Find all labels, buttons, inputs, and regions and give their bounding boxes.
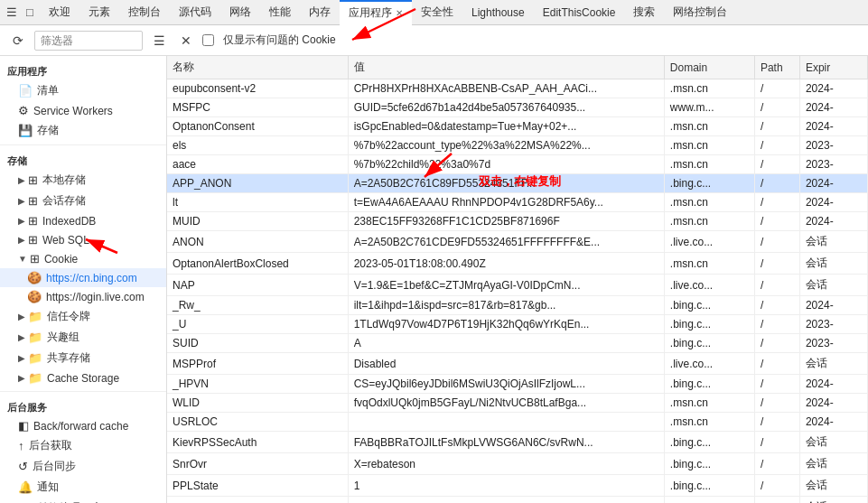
table-row[interactable]: MSFPC GUID=5cfe62d67b1a42d4be5a057367640… [167, 98, 868, 117]
table-row[interactable]: KievRPSSecAuth FABqBBRaTOJILtFsMkpLVWSG6… [167, 432, 868, 453]
sidebar-item-storage[interactable]: 💾 存储 [0, 120, 166, 141]
cookie-domain: .msn.cn [664, 79, 754, 98]
cookie-value: X=rebateson [348, 453, 664, 475]
cookie-name: OptanonConsent [167, 117, 348, 136]
table-row[interactable]: APP_ANON A=2A50B2C761C89FD55324851FF... … [167, 174, 868, 193]
cookie-domain: .msn.cn [664, 253, 754, 275]
toggle-interest-groups[interactable]: ▶ [18, 332, 25, 342]
tab-lighthouse[interactable]: Lighthouse [462, 0, 534, 25]
trust-token-icon: 📁 [28, 310, 42, 323]
table-row[interactable]: NAP V=1.9&E=1bef&C=ZTJMrqAyaGI-V0IDpCmN.… [167, 275, 868, 296]
toggle-local-storage[interactable]: ▶ [18, 175, 25, 185]
sidebar-item-web-sql[interactable]: ▶ ⊞ Web SQL [0, 230, 166, 249]
filter-input[interactable] [34, 31, 143, 51]
cookie-name: els [167, 136, 348, 155]
table-row[interactable]: SnrOvr X=rebateson .bing.c... / 会话 [167, 453, 868, 475]
issues-only-label: 仅显示有问题的 Cookie [223, 33, 336, 48]
sidebar-item-session-storage[interactable]: ▶ ⊞ 会话存储 [0, 191, 166, 211]
toggle-cache-storage[interactable]: ▶ [18, 373, 25, 383]
sidebar-item-live-cookie[interactable]: 🍪 https://login.live.com [0, 287, 166, 306]
cookie-expire: 会话 [799, 275, 867, 296]
table-row[interactable]: OptanonAlertBoxClosed 2023-05-01T18:08:0… [167, 253, 868, 275]
devtools-menu-icon[interactable]: ☰ [4, 5, 20, 21]
tab-security[interactable]: 安全性 [412, 0, 462, 25]
cookie-value: Disabled [348, 353, 664, 375]
table-row[interactable]: _U 1TLdWq97Vow4D7P6T19HjK32hQq6wYrKqEn..… [167, 315, 868, 334]
toggle-indexeddb[interactable]: ▶ [18, 216, 25, 226]
sidebar-item-background-sync[interactable]: ↺ 后台同步 [0, 456, 166, 477]
sidebar-item-notifications[interactable]: 🔔 通知 [0, 477, 166, 498]
col-header-value: 值 [348, 56, 664, 79]
cookie-value: A=2A50B2C761C89FD55324851FF... [348, 174, 664, 193]
table-row[interactable]: USRLOC .msn.cn / 2024- [167, 413, 868, 432]
clear-button[interactable]: ✕ [175, 30, 197, 51]
cookie-name: ANON [167, 231, 348, 253]
cookie-domain: .bing.c... [664, 334, 754, 353]
tab-application[interactable]: 应用程序 ✕ [340, 0, 412, 25]
table-row[interactable]: ANON A=2A50B2C761CDE9FD55324651FFFFFFFF&… [167, 231, 868, 253]
sidebar-item-payment-handler[interactable]: 💳 付款处理程序 [0, 498, 166, 503]
table-row[interactable]: _HPVN CS=eyJQbil6eyJDbil6MSwiU3QiOjAsIlF… [167, 375, 868, 394]
cookie-icon: ⊞ [30, 252, 40, 265]
table-row[interactable]: _Rw_ ilt=1&ihpd=1&ispd=src=817&rb=817&gb… [167, 296, 868, 315]
sidebar-item-service-workers[interactable]: ⚙ Service Workers [0, 101, 166, 120]
toggle-trust-tokens[interactable]: ▶ [18, 312, 25, 321]
sync-icon: ↺ [18, 460, 28, 473]
cookie-value: isGpcEnabled=0&datestamp=Tue+May+02+... [348, 117, 664, 136]
toggle-shared-storage[interactable]: ▶ [18, 353, 25, 363]
devtools-dock-icon[interactable]: □ [22, 5, 38, 21]
table-row[interactable]: MSPProf Disabled .live.co... / 会话 [167, 353, 868, 375]
cookie-expire: 会话 [799, 497, 867, 504]
sidebar-item-background-fetch[interactable]: ↑ 后台获取 [0, 435, 166, 456]
tab-sources[interactable]: 源代码 [170, 0, 220, 25]
table-row[interactable]: els %7b%22account_type%22%3a%22MSA%22%..… [167, 136, 868, 155]
toggle-cookie[interactable]: ▼ [18, 254, 27, 264]
tab-welcome[interactable]: 欢迎 [40, 0, 79, 25]
cookie-table-wrapper[interactable]: 名称 值 Domain Path Expir eupubconsent-v2 C… [167, 56, 868, 503]
cookie-name: MSPProf [167, 353, 348, 375]
table-row[interactable]: lt t=EwA4A6AEAAAU RhnNPDOP4v1G28DRF5A6y.… [167, 193, 868, 212]
sidebar-item-trust-tokens[interactable]: ▶ 📁 信任令牌 [0, 306, 166, 327]
cookie-value: %7b%22account_type%22%3a%22MSA%22%... [348, 136, 664, 155]
cookie-expire: 2024- [799, 375, 867, 394]
toggle-web-sql[interactable]: ▶ [18, 235, 25, 245]
cookie-domain: .msn.cn [664, 155, 754, 174]
sidebar-item-local-storage[interactable]: ▶ ⊞ 本地存储 [0, 170, 166, 191]
sidebar-section-backend: 后台服务 [0, 396, 166, 416]
sidebar-item-back-forward-cache[interactable]: ◧ Back/forward cache [0, 416, 166, 435]
sidebar-item-cookie[interactable]: ▼ ⊞ Cookie [0, 249, 166, 268]
table-row[interactable]: SUID A .bing.c... / 2023- [167, 334, 868, 353]
table-row[interactable]: aace %7b%22child%22%3a0%7d .msn.cn / 202… [167, 155, 868, 174]
cookie-name: SUID [167, 334, 348, 353]
tab-close-icon[interactable]: ✕ [396, 8, 403, 18]
tab-performance[interactable]: 性能 [260, 0, 300, 25]
cookie-domain: .msn.cn [664, 136, 754, 155]
tab-network[interactable]: 网络 [220, 0, 260, 25]
tab-memory[interactable]: 内存 [300, 0, 340, 25]
sidebar-item-indexeddb[interactable]: ▶ ⊞ IndexedDB [0, 211, 166, 230]
issues-only-checkbox[interactable] [202, 34, 214, 46]
table-row[interactable]: PPLState 1 .bing.c... / 会话 [167, 475, 868, 497]
sidebar-item-bing-cookie[interactable]: 🍪 https://cn.bing.com [0, 268, 166, 287]
menu-button[interactable]: ☰ [148, 30, 170, 51]
table-row[interactable]: _EDGE_S F=1&SID=2F4DFC26AF886D510383EF23… [167, 497, 868, 504]
sidebar-item-interest-groups[interactable]: ▶ 📁 兴趣组 [0, 327, 166, 348]
table-row[interactable]: eupubconsent-v2 CPrH8HXPrH8HXAcABBENB-Cs… [167, 79, 868, 98]
cookie-expire: 会话 [799, 231, 867, 253]
refresh-button[interactable]: ⟳ [7, 30, 29, 51]
table-row[interactable]: MUID 238EC15FF93268FF1C1CD25BF871696F .m… [167, 212, 868, 231]
tab-search[interactable]: 搜索 [624, 0, 664, 25]
cookie-domain: .msn.cn [664, 212, 754, 231]
tab-network-console[interactable]: 网络控制台 [664, 0, 736, 25]
tab-editthiscookie[interactable]: EditThisCookie [534, 0, 625, 25]
sidebar-item-cache-storage[interactable]: ▶ 📁 Cache Storage [0, 368, 166, 387]
sidebar-item-shared-storage[interactable]: ▶ 📁 共享存储 [0, 348, 166, 368]
sidebar-item-manifest[interactable]: 📄 清单 [0, 80, 166, 101]
tab-console[interactable]: 控制台 [119, 0, 170, 25]
tab-elements[interactable]: 元素 [79, 0, 119, 25]
table-row[interactable]: WLID fvqOdxlUQk0jmB5GFayL/Ni2NtvUCB8tLaf… [167, 394, 868, 413]
toggle-session-storage[interactable]: ▶ [18, 196, 25, 206]
cookie-domain: .bing.c... [664, 174, 754, 193]
table-row[interactable]: OptanonConsent isGpcEnabled=0&datestamp=… [167, 117, 868, 136]
cookie-name: aace [167, 155, 348, 174]
